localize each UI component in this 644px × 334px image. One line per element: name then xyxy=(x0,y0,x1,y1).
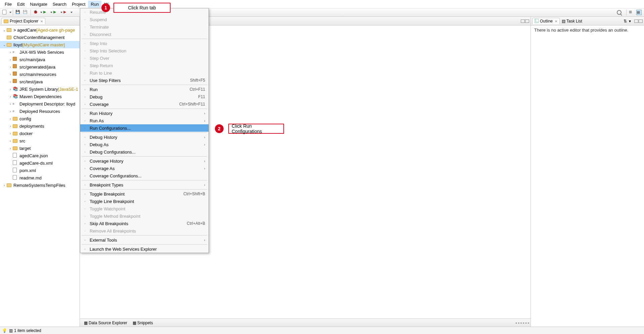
tree-node[interactable]: ›▫Deployed Resources xyxy=(0,108,80,115)
run-dropdown-menu: ◦Resume◦Suspend◦Terminate◦Disconnect◦Ste… xyxy=(80,8,209,253)
menu-item-skip-all-breakpoints[interactable]: ◦Skip All BreakpointsCtrl+Alt+B xyxy=(80,220,209,227)
lib-icon: 📚 xyxy=(13,86,18,92)
tree-node[interactable]: agedCare.json xyxy=(0,152,80,159)
minimize-icon[interactable]: ▫ xyxy=(525,321,526,325)
menu-item-debug-history[interactable]: ◦Debug History› xyxy=(80,133,209,141)
chevron-right-icon: › xyxy=(204,159,205,163)
menu-item-icon: ◦ xyxy=(82,238,88,242)
tree-node[interactable]: pom.xml xyxy=(0,167,80,174)
menu-item-run[interactable]: ◦RunCtrl+F11 xyxy=(80,86,209,93)
menu-item-coverage-history[interactable]: ◦Coverage History› xyxy=(80,157,209,165)
run-icon[interactable]: ▫ xyxy=(518,321,519,325)
maximize-icon[interactable]: ▫ xyxy=(528,321,529,325)
refresh-icon[interactable]: ▫ xyxy=(515,321,517,325)
debug-icon[interactable]: 🐞 xyxy=(33,10,39,15)
chevron-right-icon: › xyxy=(204,112,205,115)
file-icon xyxy=(13,160,18,166)
bottom-tab-data-source-explorer[interactable]: ▦Data Source Explorer xyxy=(81,320,130,326)
menu-item-icon: ◦ xyxy=(82,221,88,225)
tree-node[interactable]: ⌄lloyd [MyAgedCare master] xyxy=(0,41,80,48)
menu-item-use-step-filters[interactable]: ◦Use Step FiltersShift+F5 xyxy=(80,77,209,84)
menu-file[interactable]: File xyxy=(2,1,14,8)
outline-tab[interactable]: ⿺ Outline ✕ xyxy=(532,18,560,24)
menu-item-breakpoint-types[interactable]: ◦Breakpoint Types› xyxy=(80,181,209,189)
menu-item-toggle-line-breakpoint[interactable]: ◦Toggle Line Breakpoint xyxy=(80,198,209,205)
menu-item-launch-the-web-services-explorer[interactable]: ◦Launch the Web Services Explorer xyxy=(80,245,209,253)
menu-item-run-as[interactable]: ◦Run As› xyxy=(80,117,209,124)
menu-edit[interactable]: Edit xyxy=(14,1,27,8)
menu-run[interactable]: Run xyxy=(88,1,101,8)
menu-item-icon: ◦ xyxy=(82,150,88,154)
annotation-badge-1: 1 xyxy=(101,3,110,12)
tree-node[interactable]: ›src/main/java xyxy=(0,56,80,63)
menu-item-icon: ◦ xyxy=(82,56,88,60)
settings-icon[interactable]: ▫ xyxy=(523,321,524,325)
bottom-tab-snippets[interactable]: ▦Snippets xyxy=(130,320,156,326)
menu-item-run-history[interactable]: ◦Run History› xyxy=(80,110,209,117)
save-all-icon[interactable]: 💾 xyxy=(23,10,28,15)
menu-item-coverage-as[interactable]: ◦Coverage As› xyxy=(80,165,209,172)
tree-node[interactable]: ›▫JAX-WS Web Services xyxy=(0,48,80,56)
tree-node[interactable]: ›config xyxy=(0,115,80,122)
coverage-icon[interactable]: ▶ xyxy=(53,10,59,15)
menu-item-debug[interactable]: ◦DebugF11 xyxy=(80,93,209,100)
tree-node[interactable]: readme.md xyxy=(0,174,80,181)
java-ee-perspective-icon[interactable]: ▦ xyxy=(636,10,642,15)
tree-node[interactable]: ChoirContentManagement xyxy=(0,34,80,41)
stop-icon[interactable]: ▫ xyxy=(520,321,522,325)
tree-node[interactable]: ›src xyxy=(0,137,80,144)
menu-search[interactable]: Search xyxy=(50,1,69,8)
tree-node[interactable]: ›docker xyxy=(0,130,80,137)
project-explorer-tab[interactable]: Project Explorer ✕ xyxy=(1,18,45,24)
run-icon[interactable]: ▶ xyxy=(43,10,49,15)
menu-item-step-into: ◦Step Into xyxy=(80,40,209,47)
task-list-tab[interactable]: ▤ Task List xyxy=(562,19,582,24)
proj-icon xyxy=(7,35,12,40)
menu-item-toggle-breakpoint[interactable]: ◦Toggle BreakpointCtrl+Shift+B xyxy=(80,190,209,198)
menu-item-icon: ◦ xyxy=(82,87,88,91)
tree-node[interactable]: ›target xyxy=(0,144,80,152)
tree-node[interactable]: ›📚Maven Dependencies xyxy=(0,93,80,100)
external-tools-icon[interactable]: ▶ xyxy=(63,10,69,15)
menu-item-icon: ◦ xyxy=(82,126,88,130)
menu-item-coverage-configurations-[interactable]: ◦Coverage Configurations... xyxy=(80,172,209,179)
menu-item-toggle-watchpoint: ◦Toggle Watchpoint xyxy=(80,205,209,212)
tree-node[interactable]: ⌄> agedCare [Aged-care gh-page xyxy=(0,26,80,34)
menu-item-icon: ◦ xyxy=(82,199,88,203)
tree-node[interactable]: ›deployments xyxy=(0,122,80,130)
menu-item-debug-configurations-[interactable]: ◦Debug Configurations... xyxy=(80,148,209,156)
menu-item-icon: ◦ xyxy=(82,207,88,211)
menu-project[interactable]: Project xyxy=(69,1,88,8)
project-tree[interactable]: ⌄> agedCare [Aged-care gh-pageChoirConte… xyxy=(0,26,80,327)
view-menu-icon[interactable]: ▾ xyxy=(629,19,634,24)
menu-item-run-configurations-[interactable]: ◦Run Configurations... xyxy=(80,124,209,132)
menu-item-debug-as[interactable]: ◦Debug As› xyxy=(80,141,209,148)
tree-node[interactable]: ›src/test/java xyxy=(0,78,80,85)
menu-item-icon: ◦ xyxy=(82,174,88,178)
status-icon: ▥ xyxy=(9,328,13,333)
outline-body: There is no active editor that provides … xyxy=(531,26,644,35)
save-icon[interactable]: 💾 xyxy=(15,10,21,15)
menu-item-coverage[interactable]: ◦CoverageCtrl+Shift+F11 xyxy=(80,100,209,108)
search-toolbar-icon[interactable] xyxy=(617,10,622,15)
link-icon[interactable]: ⇅ xyxy=(624,19,628,24)
folder-icon xyxy=(13,138,18,143)
tree-node[interactable]: ›▫Deployment Descriptor: lloyd xyxy=(0,100,80,108)
menu-navigate[interactable]: Navigate xyxy=(27,1,50,8)
project-explorer-title: Project Explorer xyxy=(10,19,38,24)
outline-minmax[interactable] xyxy=(634,19,643,23)
open-perspective-icon[interactable]: ⊞ xyxy=(629,10,634,15)
tree-node[interactable]: ›📚JRE System Library [JavaSE-1 xyxy=(0,85,80,93)
new-icon[interactable] xyxy=(2,10,8,15)
outline-title: Outline xyxy=(540,19,553,24)
tab-icon: ▦ xyxy=(133,321,136,325)
editor-minmax[interactable] xyxy=(521,19,529,23)
tree-node[interactable]: ›src/main/resources xyxy=(0,71,80,78)
tree-node[interactable]: agedCare-ds.xml xyxy=(0,159,80,167)
menu-item-run-to-line: ◦Run to Line xyxy=(80,69,209,77)
bottom-view-tabs: ▦Data Source Explorer▦Snippets▫▫▫▫▫▫ xyxy=(80,319,531,327)
menu-item-external-tools[interactable]: ◦External Tools› xyxy=(80,236,209,244)
tree-node[interactable]: ›src/generated/java xyxy=(0,63,80,71)
status-bar: 💡 ▥ 1 item selected xyxy=(0,327,644,334)
tree-node[interactable]: ›RemoteSystemsTempFiles xyxy=(0,181,80,189)
